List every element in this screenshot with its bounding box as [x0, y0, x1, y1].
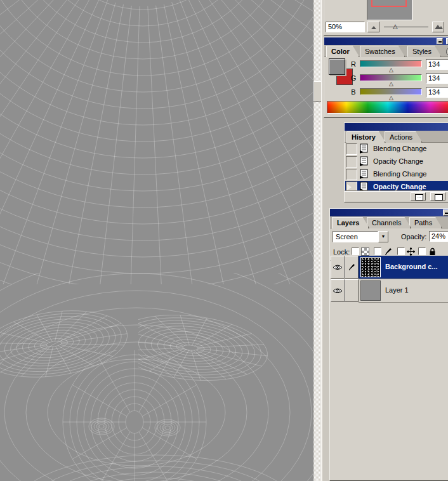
history-item[interactable]: Blending Change: [345, 168, 448, 180]
new-document-icon: …: [415, 194, 423, 201]
tab-channels[interactable]: Channels: [367, 217, 411, 228]
layer-row-background-copy[interactable]: Background c...: [331, 256, 448, 279]
lock-transparency-checkbox[interactable]: [352, 247, 359, 255]
foreground-color-swatch[interactable]: [329, 58, 345, 75]
layer-thumbnail[interactable]: [360, 257, 381, 277]
color-palette: Color Swatches Styles ▶ R △ 134 G △ 134 …: [324, 37, 448, 118]
layer-thumbnail[interactable]: [360, 280, 381, 301]
tab-styles[interactable]: Styles: [407, 46, 442, 57]
history-item-label: Blending Change: [373, 170, 426, 178]
current-state-pointer-icon: [347, 184, 352, 190]
history-palette: History Actions Blending Change Opacity …: [344, 122, 448, 202]
tab-paths[interactable]: Paths: [409, 217, 442, 228]
new-document-from-state-button[interactable]: …: [411, 192, 426, 201]
history-item[interactable]: Opacity Change: [345, 155, 448, 168]
history-palette-titlebar[interactable]: [345, 123, 448, 131]
layer-row-layer1[interactable]: Layer 1: [331, 279, 448, 303]
navigator-palette: 50% △: [324, 0, 448, 36]
blue-channel-row: B △ 134: [350, 87, 448, 101]
new-snapshot-button[interactable]: [430, 192, 445, 201]
blend-mode-combo[interactable]: Screen ▼: [333, 231, 388, 242]
green-slider-thumb[interactable]: △: [389, 81, 393, 87]
photoshop-workspace: 50% △ Color Swatches Styles ▶: [0, 0, 448, 481]
zoom-in-icon-small: [439, 26, 443, 29]
document-vertical-scrollbar[interactable]: [313, 0, 322, 481]
history-brush-source-well[interactable]: [346, 169, 357, 180]
layers-empty-area: [331, 303, 448, 480]
red-channel-label: R: [350, 60, 357, 68]
palette-panel: 50% △ Color Swatches Styles ▶: [321, 0, 448, 481]
link-well-empty[interactable]: [345, 279, 359, 302]
history-brush-source-well[interactable]: [346, 143, 357, 155]
history-state-icon: [359, 169, 369, 180]
layer-body[interactable]: Layer 1: [359, 279, 448, 303]
history-item-label: Opacity Change: [373, 157, 423, 165]
color-palette-titlebar[interactable]: [324, 37, 448, 45]
minimize-icon: [445, 213, 448, 214]
move-icon: [407, 247, 415, 256]
green-value-input[interactable]: 134: [426, 73, 448, 84]
green-channel-row: G △ 134: [350, 73, 448, 87]
visibility-toggle[interactable]: [331, 256, 345, 279]
tab-swatches[interactable]: Swatches: [360, 46, 405, 57]
zoom-slider-thumb[interactable]: △: [393, 23, 398, 30]
zoom-out-button[interactable]: [367, 22, 379, 32]
navigator-zoom-slider[interactable]: [384, 27, 428, 27]
tab-history[interactable]: History: [346, 131, 386, 143]
layer-body[interactable]: Background c...: [359, 256, 448, 279]
lock-all-checkbox[interactable]: [418, 247, 426, 255]
red-value-input[interactable]: 134: [426, 59, 448, 70]
zoom-in-button[interactable]: [432, 22, 444, 32]
layer-name[interactable]: Background c...: [385, 263, 438, 270]
history-item-label: Opacity Change: [373, 183, 426, 190]
lock-position-checkbox[interactable]: [397, 247, 405, 255]
minimize-icon: [438, 41, 442, 43]
history-state-icon: [359, 156, 369, 168]
tab-layers[interactable]: Layers: [332, 217, 369, 228]
lock-label: Lock:: [333, 248, 350, 256]
layers-palette-tabs: Layers Channels Paths: [330, 216, 448, 228]
layers-palette: Layers Channels Paths Screen ▼ Opacity: …: [329, 208, 448, 481]
wireframe-face-mesh: [0, 0, 313, 481]
layer-options-row: Screen ▼ Opacity: 24% ▶: [330, 228, 448, 245]
navigator-view-box[interactable]: [371, 0, 407, 7]
history-palette-tabs: History Actions: [345, 131, 448, 143]
transparency-checker-icon: [361, 247, 369, 256]
minimize-button[interactable]: [437, 38, 443, 44]
history-item-label: Blending Change: [373, 145, 426, 152]
paintbrush-icon: [348, 263, 355, 271]
visibility-toggle[interactable]: [331, 279, 345, 302]
document-canvas[interactable]: [0, 0, 313, 481]
layer-name[interactable]: Layer 1: [385, 286, 409, 294]
zoom-out-icon: [371, 26, 376, 29]
navigator-proxy-preview[interactable]: [367, 0, 412, 20]
opacity-input[interactable]: 24%: [429, 231, 448, 242]
new-snapshot-icon: [435, 194, 443, 201]
lock-pixels-checkbox[interactable]: [374, 247, 381, 255]
lock-icon: [428, 247, 437, 256]
eye-icon: [333, 264, 343, 271]
green-channel-label: G: [350, 74, 357, 82]
minimize-button[interactable]: [443, 209, 448, 216]
history-state-icon: [359, 143, 369, 155]
blue-slider-thumb[interactable]: △: [389, 95, 393, 101]
navigator-zoom-input[interactable]: 50%: [326, 22, 365, 32]
blue-channel-label: B: [350, 88, 357, 96]
opacity-label: Opacity:: [401, 233, 426, 240]
active-layer-brush-well[interactable]: [345, 256, 359, 279]
blend-mode-dropdown-icon[interactable]: ▼: [378, 231, 388, 242]
history-palette-footer: …: [345, 190, 448, 202]
paintbrush-icon: [384, 247, 392, 256]
layers-palette-titlebar[interactable]: [330, 209, 448, 216]
tab-actions[interactable]: Actions: [385, 131, 423, 143]
blue-value-input[interactable]: 134: [426, 87, 448, 98]
color-spectrum-ramp[interactable]: [327, 101, 448, 114]
blend-mode-value[interactable]: Screen: [333, 231, 378, 242]
tab-color[interactable]: Color: [326, 46, 360, 57]
eye-icon: [333, 287, 343, 294]
color-palette-tabs: Color Swatches Styles ▶: [324, 45, 448, 57]
history-brush-source-well[interactable]: [346, 156, 357, 168]
red-channel-row: R △ 134: [350, 59, 448, 73]
history-item[interactable]: Blending Change: [345, 143, 448, 155]
red-slider-thumb[interactable]: △: [389, 67, 393, 73]
